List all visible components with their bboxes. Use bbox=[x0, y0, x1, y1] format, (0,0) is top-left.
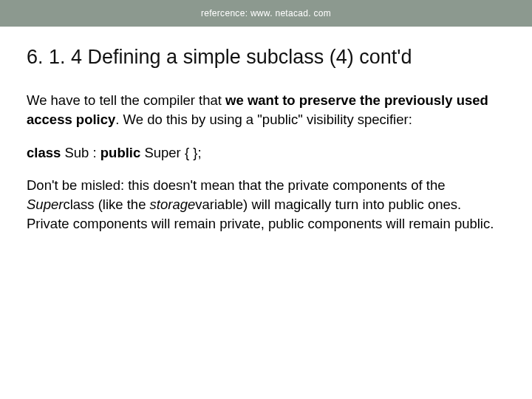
code-text-1: Sub : bbox=[61, 145, 100, 160]
paragraph-2: Don't be misled: this doesn't mean that … bbox=[27, 176, 505, 234]
code-line: class Sub : public Super { }; bbox=[27, 143, 505, 163]
slide-content: 6. 1. 4 Defining a simple subclass (4) c… bbox=[0, 27, 532, 234]
p2-text-2: class (like the bbox=[63, 197, 149, 212]
p2-italic-1: Super bbox=[27, 197, 63, 212]
p1-text-2: . We do this by using a "public" visibil… bbox=[115, 112, 412, 127]
slide-heading: 6. 1. 4 Defining a simple subclass (4) c… bbox=[27, 44, 505, 70]
p1-text-1: We have to tell the compiler that bbox=[27, 92, 225, 108]
code-kw-public: public bbox=[100, 145, 140, 160]
p2-italic-2: storage bbox=[150, 197, 196, 212]
p2-text-1: Don't be misled: this doesn't mean that … bbox=[27, 177, 446, 193]
reference-text: refercence: www. netacad. com bbox=[201, 8, 331, 18]
code-text-2: Super { }; bbox=[140, 145, 201, 160]
paragraph-1: We have to tell the compiler that we wan… bbox=[27, 91, 505, 130]
code-kw-class: class bbox=[27, 145, 61, 160]
top-bar: refercence: www. netacad. com bbox=[0, 0, 532, 27]
